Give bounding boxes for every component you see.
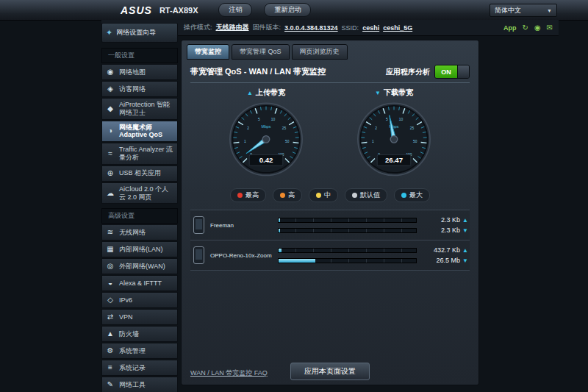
sidebar-item-label: 内部网络(LAN): [119, 246, 163, 254]
svg-text:2: 2: [247, 126, 249, 130]
reboot-button[interactable]: 重新启动: [264, 3, 311, 17]
sidebar-item-firewall[interactable]: ▲ 防火墙: [101, 326, 178, 342]
priority-legend: 最高 高 中 默认值 最大: [190, 188, 470, 202]
page-title: 带宽管理 QoS - WAN / LAN 带宽监控: [190, 66, 326, 77]
sidebar-item-aiprotection[interactable]: ◆ AiProtection 智能网络卫士: [101, 98, 178, 120]
upload-gauge-unit: Mbps: [262, 124, 271, 129]
legend-maximum[interactable]: 最大: [394, 188, 430, 202]
priority-dot: [237, 193, 243, 198]
sidebar-item-qis[interactable]: ✦ 网络设置向导: [101, 23, 178, 43]
download-value: 2.3 Kb: [441, 227, 460, 234]
legend-label: 高: [288, 190, 295, 200]
upload-value: 432.7 Kb: [434, 246, 460, 254]
network-map-icon: ◉: [105, 68, 115, 76]
upload-arrow-icon: ▲: [247, 90, 253, 96]
language-label: 简体中文: [495, 6, 521, 15]
sidebar-item-label: 防火墙: [119, 330, 139, 338]
legend-medium[interactable]: 中: [309, 188, 338, 202]
sidebar-item-wan[interactable]: ◎ 外部网络(WAN): [101, 258, 178, 274]
administration-icon: ⚙: [105, 346, 115, 355]
sidebar-item-guest-network[interactable]: ◈ 访客网络: [101, 81, 178, 97]
apps-analysis-toggle[interactable]: ON: [434, 65, 470, 79]
sidebar-item-label: 网络工具: [119, 381, 146, 389]
alexa-ifttt-icon: ◒: [105, 279, 115, 288]
apps-analysis-label: 应用程序分析: [386, 67, 430, 77]
lan-icon: ▦: [105, 245, 115, 254]
priority-dot: [316, 193, 321, 198]
ssid-24g-link[interactable]: ceshi: [362, 24, 379, 32]
upload-bar: [278, 248, 417, 253]
legend-high[interactable]: 高: [273, 188, 302, 202]
tab-bar: 带宽监控 带宽管理 QoS 网页浏览历史: [182, 40, 478, 60]
download-bar: [278, 228, 417, 233]
mail-icon[interactable]: ✉: [547, 24, 553, 32]
logout-button[interactable]: 注销: [218, 3, 252, 17]
network-tools-icon: ✎: [105, 380, 115, 389]
ssid-label: SSID:: [342, 24, 359, 32]
download-gauge-dial: 0125102550100 Mbps 26.47: [347, 99, 441, 183]
tab-web-history[interactable]: 网页浏览历史: [292, 44, 348, 60]
sidebar-item-label: AiProtection 智能网络卫士: [119, 101, 174, 117]
toggle-on-label: ON: [435, 65, 457, 78]
sidebar-section-advanced: 高级设置: [101, 208, 178, 224]
download-gauge: ▼ 下载带宽 0125102550100 Mbps 26.47: [347, 88, 441, 183]
ssid-5g-link[interactable]: ceshi_5G: [383, 24, 412, 32]
tab-bandwidth-monitor[interactable]: 带宽监控: [187, 44, 229, 60]
faq-link[interactable]: WAN / LAN 带宽监控 FAQ: [190, 368, 268, 378]
globe-icon[interactable]: ◉: [534, 24, 541, 32]
priority-dot: [401, 193, 406, 198]
sidebar-item-ipv6[interactable]: ◇ IPv6: [101, 292, 178, 308]
sidebar-item-aicloud[interactable]: ☁ AiCloud 2.0 个人云 2.0 网页: [101, 182, 178, 204]
gauges-section: ▲ 上传带宽 0125102550100 Mbps 0.42 ▼: [190, 88, 470, 183]
sidebar-item-label: 访客网络: [119, 85, 146, 93]
operation-mode-link[interactable]: 无线路由器: [216, 23, 249, 32]
svg-text:10: 10: [271, 118, 276, 121]
refresh-icon[interactable]: ↻: [522, 24, 528, 32]
device-list: Freeman 2.3 Kb ▲ 2.3 Kb: [190, 210, 470, 271]
svg-text:25: 25: [410, 126, 415, 130]
sidebar-item-label: AiCloud 2.0 个人云 2.0 网页: [119, 185, 174, 202]
language-selector[interactable]: 简体中文 ▼: [490, 4, 557, 17]
sidebar-item-label: 无线网络: [119, 229, 146, 237]
sidebar-item-vpn[interactable]: ⇄ VPN: [101, 309, 178, 325]
download-bar: [278, 258, 417, 263]
apply-button[interactable]: 应用本页面设置: [290, 363, 370, 380]
download-gauge-value: 26.47: [385, 156, 403, 164]
phone-icon: [193, 216, 204, 234]
svg-text:50: 50: [413, 140, 417, 143]
firewall-icon: ▲: [105, 329, 115, 338]
download-arrow-icon: ▼: [375, 90, 381, 96]
tab-qos[interactable]: 带宽管理 QoS: [232, 44, 290, 60]
device-row: Freeman 2.3 Kb ▲ 2.3 Kb: [190, 210, 470, 240]
sidebar-item-network-tools[interactable]: ✎ 网络工具: [101, 377, 178, 392]
top-header: ASUS RT-AX89X 注销 重新启动 简体中文 ▼: [0, 0, 588, 21]
sidebar-item-system-log[interactable]: ≡ 系统记录: [101, 360, 178, 376]
sidebar-item-usb-apps[interactable]: ⊕ USB 相关应用: [101, 165, 178, 182]
legend-default[interactable]: 默认值: [345, 188, 387, 202]
firmware-version-link[interactable]: 3.0.0.4.384.81324: [284, 24, 338, 32]
priority-dot: [352, 193, 357, 198]
adaptive-qos-icon: ◑: [105, 126, 115, 135]
legend-highest[interactable]: 最高: [230, 188, 266, 202]
wireless-icon: ≋: [105, 228, 115, 237]
sidebar-item-network-map[interactable]: ◉ 网络地图: [101, 64, 178, 80]
sidebar-item-label: 外部网络(WAN): [119, 263, 165, 271]
sidebar-item-label: 系统记录: [119, 364, 146, 372]
sidebar-item-traffic-analyzer[interactable]: ≈ Traffic Analyzer 流量分析: [101, 143, 178, 165]
svg-text:5: 5: [386, 118, 388, 121]
sidebar-item-adaptive-qos[interactable]: ◑ 网络魔术师 Adaptive QoS: [101, 121, 178, 143]
priority-dot: [280, 193, 285, 198]
sidebar-item-wireless[interactable]: ≋ 无线网络: [101, 224, 178, 240]
device-name: Freeman: [210, 222, 278, 229]
sidebar-item-lan[interactable]: ▦ 内部网络(LAN): [101, 241, 178, 257]
guest-network-icon: ◈: [105, 85, 115, 93]
app-link[interactable]: App: [503, 24, 517, 32]
sidebar: ✦ 网络设置向导 一般设置 ◉ 网络地图 ◈ 访客网络 ◆ AiProtecti…: [101, 23, 178, 392]
sidebar-item-alexa-ifttt[interactable]: ◒ Alexa & IFTTT: [101, 275, 178, 291]
sidebar-section-general: 一般设置: [101, 48, 178, 63]
sidebar-item-label: 系统管理: [119, 347, 146, 355]
ipv6-icon: ◇: [105, 296, 115, 304]
content-panel: 带宽监控 带宽管理 QoS 网页浏览历史 带宽管理 QoS - WAN / LA…: [181, 40, 479, 385]
sidebar-item-administration[interactable]: ⚙ 系统管理: [101, 343, 178, 359]
upload-arrow-icon: ▲: [462, 217, 468, 224]
